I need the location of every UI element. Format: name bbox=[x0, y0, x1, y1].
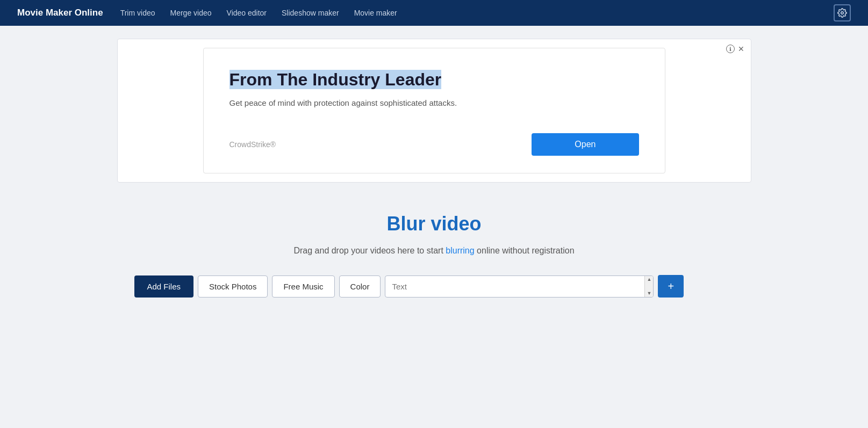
add-files-button[interactable]: Add Files bbox=[134, 275, 194, 298]
stock-photos-button[interactable]: Stock Photos bbox=[198, 275, 268, 298]
text-input[interactable] bbox=[385, 276, 644, 297]
ad-subtext: Get peace of mind with protection agains… bbox=[229, 98, 639, 107]
text-input-wrapper: ▲ ▼ bbox=[385, 275, 654, 298]
nav-movie-maker[interactable]: Movie maker bbox=[354, 9, 397, 17]
page-description: Drag and drop your videos here to start … bbox=[126, 246, 743, 256]
settings-icon[interactable] bbox=[834, 4, 851, 21]
color-button[interactable]: Color bbox=[339, 275, 381, 298]
ad-container: ℹ ✕ From The Industry Leader Get peace o… bbox=[117, 39, 751, 183]
nav-slideshow-maker[interactable]: Slideshow maker bbox=[282, 9, 339, 17]
nav-video-editor[interactable]: Video editor bbox=[227, 9, 267, 17]
ad-info-icon[interactable]: ℹ bbox=[726, 45, 735, 53]
nav-merge-video[interactable]: Merge video bbox=[170, 9, 212, 17]
ad-headline-text: From The Industry Leader bbox=[229, 70, 442, 89]
scroll-down-arrow[interactable]: ▼ bbox=[647, 291, 652, 296]
text-scrollbar: ▲ ▼ bbox=[644, 276, 653, 297]
ad-brand-name: CrowdStrike® bbox=[229, 140, 276, 149]
ad-inner: From The Industry Leader Get peace of mi… bbox=[203, 48, 665, 173]
add-text-button[interactable]: + bbox=[658, 275, 684, 298]
svg-point-0 bbox=[841, 12, 844, 14]
ad-close-icon[interactable]: ✕ bbox=[738, 45, 744, 53]
ad-headline: From The Industry Leader bbox=[229, 70, 639, 90]
toolbar: Add Files Stock Photos Free Music Color … bbox=[126, 275, 743, 298]
blurring-link[interactable]: blurring bbox=[446, 246, 474, 255]
nav-trim-video[interactable]: Trim video bbox=[120, 9, 155, 17]
navbar: Movie Maker Online Trim video Merge vide… bbox=[0, 0, 868, 26]
desc-before: Drag and drop your videos here to start bbox=[293, 246, 446, 255]
free-music-button[interactable]: Free Music bbox=[272, 275, 334, 298]
ad-footer: CrowdStrike® Open bbox=[229, 133, 639, 156]
ad-open-button[interactable]: Open bbox=[532, 133, 639, 156]
page-title: Blur video bbox=[126, 213, 743, 235]
nav-links: Trim video Merge video Video editor Slid… bbox=[120, 8, 397, 18]
main-content: Blur video Drag and drop your videos her… bbox=[117, 195, 751, 319]
nav-brand[interactable]: Movie Maker Online bbox=[17, 8, 103, 18]
scroll-up-arrow[interactable]: ▲ bbox=[647, 277, 652, 282]
ad-controls: ℹ ✕ bbox=[726, 45, 744, 53]
desc-after: online without registration bbox=[475, 246, 575, 255]
